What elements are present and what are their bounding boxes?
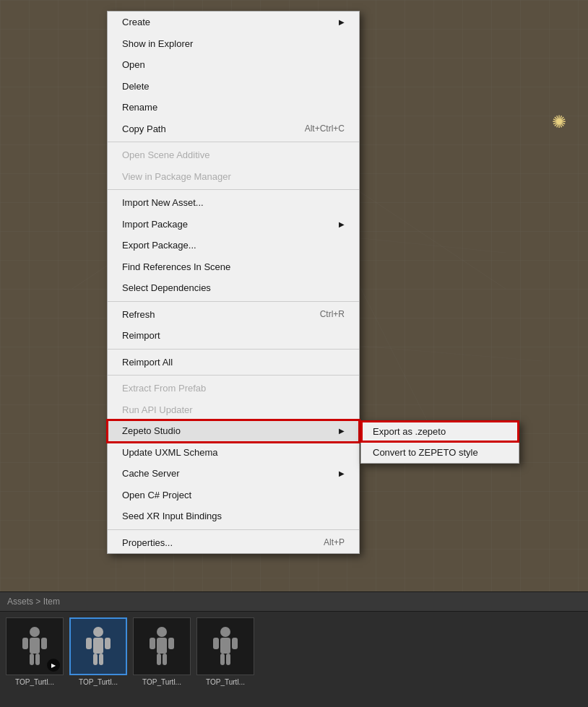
menu-item-update-uxml-schema[interactable]: Update UXML Schema — [108, 442, 359, 464]
svg-rect-12 — [30, 654, 34, 665]
svg-rect-18 — [93, 654, 98, 665]
asset-thumbnail — [69, 617, 127, 675]
submenu-item-convert-to-zepeto-style[interactable]: Convert to ZEPETO style — [361, 442, 519, 463]
arrow-icon-zepeto: ▶ — [339, 425, 345, 436]
menu-item-delete[interactable]: Delete — [108, 76, 359, 97]
svg-rect-23 — [168, 638, 174, 649]
svg-rect-21 — [157, 638, 167, 654]
menu-item-export-package[interactable]: Export Package... — [108, 235, 359, 256]
assets-items-list: ▶ TOP_Turtl... TOP_Turtl... — [0, 612, 588, 692]
asset-label: TOP_Turtl... — [196, 678, 254, 686]
figure-icon — [144, 625, 180, 668]
asset-label: TOP_Turtl... — [133, 678, 191, 686]
svg-rect-31 — [226, 654, 230, 665]
breadcrumb-current: Item — [43, 597, 60, 607]
svg-rect-16 — [86, 638, 92, 649]
menu-item-open-csharp-project[interactable]: Open C# Project — [108, 485, 359, 506]
menu-item-view-in-package-manager: View in Package Manager — [108, 166, 359, 188]
shortcut-copy-path: Alt+Ctrl+C — [305, 122, 345, 135]
separator-3 — [108, 301, 359, 302]
menu-item-zepeto-studio[interactable]: Zepeto Studio ▶ — [108, 420, 359, 442]
zepeto-submenu: Export as .zepeto Convert to ZEPETO styl… — [360, 420, 519, 464]
separator-1 — [108, 142, 359, 142]
menu-item-reimport-all[interactable]: Reimport All — [108, 352, 359, 373]
menu-item-open[interactable]: Open — [108, 54, 359, 76]
menu-item-properties[interactable]: Properties... Alt+P — [108, 532, 359, 554]
svg-point-8 — [30, 627, 40, 637]
menu-item-find-references[interactable]: Find References In Scene — [108, 256, 359, 278]
submenu-item-export-as-zepeto[interactable]: Export as .zepeto — [361, 421, 519, 442]
arrow-icon-import-package: ▶ — [339, 219, 345, 230]
asset-thumbnail — [133, 617, 191, 675]
menu-item-open-scene-additive: Open Scene Additive — [108, 144, 359, 166]
zepeto-studio-container: Zepeto Studio ▶ Export as .zepeto Conver… — [108, 420, 359, 442]
menu-item-create[interactable]: Create ▶ — [108, 12, 359, 33]
shortcut-properties: Alt+P — [324, 536, 345, 549]
svg-rect-24 — [157, 654, 161, 665]
asset-label: TOP_Turtl... — [69, 678, 127, 686]
svg-rect-19 — [99, 654, 103, 665]
svg-rect-10 — [22, 638, 28, 649]
svg-rect-22 — [150, 638, 155, 649]
list-item[interactable]: TOP_Turtl... — [69, 617, 127, 686]
menu-item-refresh[interactable]: Refresh Ctrl+R — [108, 304, 359, 326]
menu-item-seed-xr-input-bindings[interactable]: Seed XR Input Bindings — [108, 506, 359, 527]
assets-panel: Assets > Item ▶ TOP_Turtl... — [0, 591, 588, 707]
breadcrumb-prefix: Assets — [7, 597, 33, 607]
breadcrumb: Assets > Item — [0, 592, 588, 612]
figure-icon — [80, 625, 116, 668]
separator-5 — [108, 375, 359, 376]
separator-6 — [108, 529, 359, 530]
menu-item-run-api-updater: Run API Updater — [108, 399, 359, 421]
arrow-icon: ▶ — [339, 17, 345, 27]
asset-thumbnail — [196, 617, 254, 675]
menu-item-show-in-explorer[interactable]: Show in Explorer — [108, 33, 359, 55]
list-item[interactable]: ▶ TOP_Turtl... — [6, 617, 64, 686]
svg-rect-13 — [35, 654, 40, 665]
svg-rect-17 — [105, 638, 111, 649]
menu-item-import-new-asset[interactable]: Import New Asset... — [108, 192, 359, 214]
list-item[interactable]: TOP_Turtl... — [133, 617, 191, 686]
menu-item-cache-server[interactable]: Cache Server ▶ — [108, 463, 359, 485]
play-button[interactable]: ▶ — [47, 659, 60, 672]
menu-item-extract-from-prefab: Extract From Prefab — [108, 378, 359, 399]
separator-2 — [108, 189, 359, 190]
menu-item-reimport[interactable]: Reimport — [108, 325, 359, 347]
svg-point-20 — [157, 627, 167, 637]
shortcut-refresh: Ctrl+R — [320, 308, 345, 321]
sun-icon: ✺ — [552, 112, 566, 132]
svg-rect-11 — [41, 638, 47, 649]
menu-item-rename[interactable]: Rename — [108, 97, 359, 118]
svg-rect-15 — [93, 638, 103, 654]
svg-rect-28 — [213, 638, 219, 649]
figure-icon — [207, 625, 243, 668]
svg-rect-27 — [220, 638, 230, 654]
menu-item-copy-path[interactable]: Copy Path Alt+Ctrl+C — [108, 118, 359, 140]
svg-rect-9 — [30, 638, 40, 654]
svg-point-14 — [93, 627, 103, 637]
breadcrumb-separator: > — [35, 597, 43, 607]
svg-rect-29 — [232, 638, 238, 649]
svg-rect-30 — [220, 654, 225, 665]
separator-4 — [108, 349, 359, 350]
menu-item-import-package[interactable]: Import Package ▶ — [108, 214, 359, 235]
context-menu: Create ▶ Show in Explorer Open Delete Re… — [107, 11, 360, 554]
menu-item-select-dependencies[interactable]: Select Dependencies — [108, 277, 359, 299]
svg-point-26 — [220, 627, 230, 637]
asset-thumbnail: ▶ — [6, 617, 64, 675]
svg-rect-25 — [163, 654, 167, 665]
arrow-icon-cache-server: ▶ — [339, 468, 345, 479]
asset-label: TOP_Turtl... — [6, 678, 64, 686]
list-item[interactable]: TOP_Turtl... — [196, 617, 254, 686]
